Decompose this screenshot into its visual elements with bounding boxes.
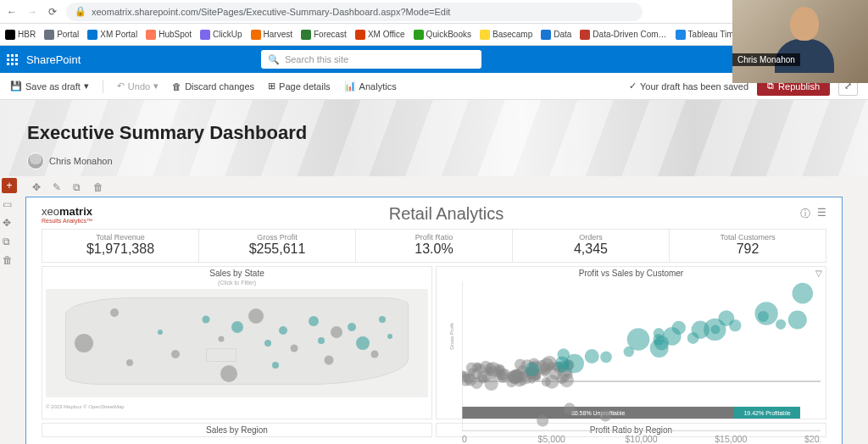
bookmark-item[interactable]: QuickBooks — [414, 30, 471, 40]
sales-by-state-map[interactable]: Sales by State (Click to Filter) © 2023 … — [42, 266, 432, 419]
analytics-icon: 📊 — [344, 80, 356, 92]
chevron-down-icon: ▾ — [84, 80, 89, 92]
svg-point-90 — [471, 369, 482, 380]
svg-point-87 — [486, 367, 495, 376]
app-launcher-icon[interactable] — [7, 54, 18, 65]
page-title[interactable]: Executive Summary Dashboard — [27, 122, 868, 144]
page-header: Executive Summary Dashboard Chris Monaho… — [0, 100, 868, 176]
bookmark-item[interactable]: Basecamp — [480, 30, 532, 40]
info-icon[interactable]: ⓘ — [800, 207, 810, 221]
svg-text:$20,000: $20,000 — [804, 434, 821, 444]
svg-point-112 — [692, 321, 709, 339]
back-button[interactable]: ← — [5, 5, 19, 19]
bookmark-item[interactable]: XM Office — [355, 30, 405, 40]
svg-point-116 — [627, 328, 650, 351]
bookmark-item[interactable]: Forecast — [301, 30, 347, 40]
analytics-button[interactable]: 📊 Analytics — [344, 80, 397, 92]
undo-button[interactable]: ↶ Undo ▾ — [117, 80, 159, 92]
details-icon: ⊞ — [268, 80, 275, 92]
kpi-row: Total Revenue$1,971,388Gross Profit$255,… — [42, 229, 826, 263]
svg-text:$5,000: $5,000 — [538, 434, 565, 444]
kpi-card[interactable]: Gross Profit$255,611 — [199, 230, 356, 262]
svg-point-98 — [729, 319, 741, 331]
svg-point-120 — [793, 283, 814, 304]
bookmark-item[interactable]: Harvest — [251, 30, 292, 40]
edit-icon[interactable]: ▭ — [3, 198, 16, 212]
copy-icon[interactable]: ⧉ — [3, 236, 16, 249]
search-input[interactable]: 🔍 Search this site — [261, 50, 481, 69]
tableau-webpart[interactable]: xeomatrix Results Analytics™ Retail Anal… — [25, 197, 843, 444]
kpi-card[interactable]: Total Revenue$1,971,388 — [42, 230, 199, 262]
svg-point-109 — [557, 348, 570, 361]
map-attribution: © 2023 Mapbox © OpenStreetMap — [46, 404, 125, 409]
svg-point-114 — [776, 319, 786, 330]
save-draft-button[interactable]: 💾 Save as draft ▾ — [10, 80, 89, 92]
svg-point-83 — [494, 369, 505, 380]
bookmark-item[interactable]: HubSpot — [146, 30, 192, 40]
svg-point-115 — [788, 310, 807, 329]
dashboard-logo: xeomatrix Results Analytics™ — [42, 205, 92, 224]
svg-point-113 — [600, 351, 612, 363]
svg-text:$15,000: $15,000 — [715, 434, 747, 444]
svg-text:$10,000: $10,000 — [625, 434, 657, 444]
discard-button[interactable]: 🗑 Discard changes — [172, 81, 254, 92]
svg-point-91 — [548, 364, 554, 370]
filter-icon[interactable]: ▽ — [815, 269, 822, 278]
bookmark-item[interactable]: Portal — [44, 30, 79, 40]
url-bar[interactable]: 🔒 xeomatrix.sharepoint.com/SitePages/Exe… — [66, 3, 643, 21]
author-name: Chris Monahon — [49, 156, 113, 166]
settings-icon[interactable]: ☰ — [817, 207, 826, 221]
svg-point-104 — [557, 361, 569, 373]
svg-text:$0: $0 — [462, 434, 467, 444]
svg-point-103 — [585, 349, 599, 364]
svg-point-105 — [758, 311, 769, 322]
presenter-name: Chris Monahon — [732, 53, 800, 66]
add-section-button[interactable]: + — [2, 178, 17, 193]
move-icon[interactable]: ✥ — [3, 217, 16, 230]
move-icon[interactable]: ✥ — [32, 181, 44, 193]
forward-button[interactable]: → — [25, 5, 39, 19]
y-axis-label: Gross Profit — [449, 323, 454, 350]
discard-icon: 🗑 — [172, 81, 181, 92]
draft-status: ✓ Your draft has been saved — [629, 80, 748, 92]
scatter-plot: $0$5,000$10,000$15,000$20,000($5,000)$0$… — [462, 281, 821, 444]
app-name[interactable]: SharePoint — [26, 53, 81, 66]
delete-icon[interactable]: 🗑 — [93, 181, 105, 193]
edit-icon[interactable]: ✎ — [53, 181, 64, 193]
bookmark-item[interactable]: Data-Driven Com… — [580, 30, 666, 40]
svg-point-110 — [653, 334, 664, 345]
svg-point-111 — [711, 325, 721, 334]
svg-point-119 — [564, 402, 576, 414]
bookmark-item[interactable]: XM Portal — [87, 30, 137, 40]
kpi-card[interactable]: Orders4,345 — [513, 230, 670, 262]
lock-icon: 🔒 — [75, 6, 86, 17]
svg-point-107 — [525, 362, 539, 376]
sales-by-region-header[interactable]: Sales by Region — [42, 423, 432, 437]
bookmark-item[interactable]: ClickUp — [200, 30, 242, 40]
url-text: xeomatrix.sharepoint.com/SitePages/Execu… — [92, 7, 450, 17]
delete-icon[interactable]: 🗑 — [3, 254, 16, 268]
save-icon: 💾 — [10, 80, 22, 92]
kpi-card[interactable]: Profit Ratio13.0% — [356, 230, 513, 262]
search-icon: 🔍 — [268, 54, 280, 65]
bookmark-item[interactable]: HBR — [5, 30, 36, 40]
chevron-down-icon: ▾ — [153, 80, 159, 92]
bookmark-item[interactable]: Data — [541, 30, 571, 40]
reload-button[interactable]: ⟳ — [46, 5, 59, 19]
undo-icon: ↶ — [117, 80, 125, 92]
svg-point-85 — [542, 377, 551, 386]
dashboard-title: Retail Analytics — [92, 204, 800, 224]
svg-point-89 — [520, 379, 526, 386]
svg-point-82 — [515, 359, 526, 370]
author-avatar — [27, 153, 44, 169]
svg-point-117 — [599, 410, 611, 422]
svg-point-118 — [537, 414, 548, 426]
duplicate-icon[interactable]: ⧉ — [73, 181, 85, 193]
webpart-toolbar: ✥ ✎ ⧉ 🗑 — [25, 176, 843, 197]
check-icon: ✓ — [629, 80, 637, 92]
kpi-card[interactable]: Total Customers792 — [670, 230, 826, 262]
profit-vs-sales-scatter[interactable]: ▽ Profit vs Sales by Customer $0$5,000$1… — [436, 266, 826, 419]
video-thumbnail[interactable]: Chris Monahon — [732, 0, 868, 83]
page-details-button[interactable]: ⊞ Page details — [268, 80, 331, 92]
